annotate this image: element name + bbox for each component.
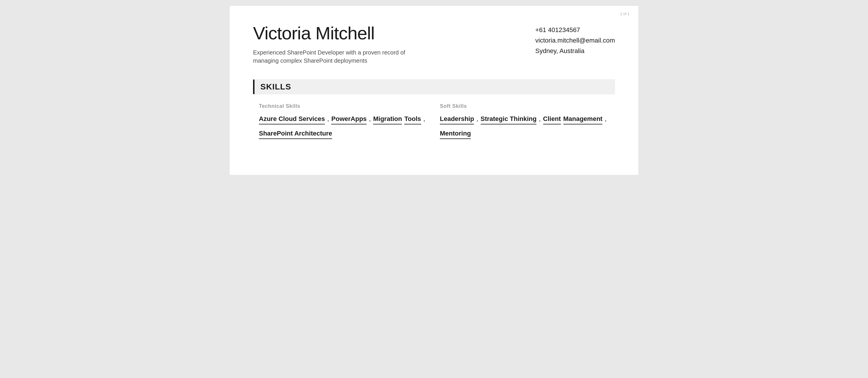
skill-sep-5: , xyxy=(539,115,540,123)
skill-sep-6: , xyxy=(605,115,607,123)
skills-section: SKILLS Technical Skills Azure Cloud Serv… xyxy=(253,79,615,144)
skill-migration: Migration xyxy=(373,115,402,125)
skill-strategic-thinking: Strategic Thinking xyxy=(481,115,537,125)
technical-skills-list: Azure Cloud Services, PowerApps, Migrati… xyxy=(259,115,428,144)
skill-sharepoint-arch: SharePoint Architecture xyxy=(259,130,332,139)
skill-sep-4: , xyxy=(476,115,478,123)
skills-section-title: SKILLS xyxy=(260,79,291,95)
skill-sep-1: , xyxy=(327,115,329,123)
skill-management: Management xyxy=(563,115,602,125)
soft-skills-list: Leadership, Strategic Thinking, Client M… xyxy=(440,115,609,144)
skills-columns: Technical Skills Azure Cloud Services, P… xyxy=(253,103,615,144)
contact-phone: +61 401234567 xyxy=(535,26,580,34)
candidate-summary: Experienced SharePoint Developer with a … xyxy=(253,48,428,65)
skill-mentoring: Mentoring xyxy=(440,130,471,139)
section-header-bar xyxy=(253,79,254,94)
contact-email: victoria.mitchell@email.com xyxy=(535,37,615,44)
header-section: Victoria Mitchell Experienced SharePoint… xyxy=(253,23,615,65)
header-contact: +61 401234567 victoria.mitchell@email.co… xyxy=(535,23,615,55)
skill-sep-2: , xyxy=(369,115,371,123)
technical-skills-column: Technical Skills Azure Cloud Services, P… xyxy=(253,103,434,144)
skill-leadership: Leadership xyxy=(440,115,474,125)
header-left: Victoria Mitchell Experienced SharePoint… xyxy=(253,23,535,65)
soft-skills-column: Soft Skills Leadership, Strategic Thinki… xyxy=(434,103,615,144)
page-counter: 1 of 1 xyxy=(620,12,629,16)
skill-azure: Azure Cloud Services xyxy=(259,115,325,125)
skill-tools: Tools xyxy=(404,115,421,125)
skill-powerapps: PowerApps xyxy=(331,115,367,125)
skill-client: Client xyxy=(543,115,561,125)
soft-skills-title: Soft Skills xyxy=(440,103,609,109)
candidate-name: Victoria Mitchell xyxy=(253,23,535,43)
skills-section-header: SKILLS xyxy=(253,79,615,95)
contact-location: Sydney, Australia xyxy=(535,47,584,55)
technical-skills-title: Technical Skills xyxy=(259,103,428,109)
skill-sep-3: , xyxy=(424,115,425,123)
resume-page: 1 of 1 Victoria Mitchell Experienced Sha… xyxy=(230,6,638,175)
